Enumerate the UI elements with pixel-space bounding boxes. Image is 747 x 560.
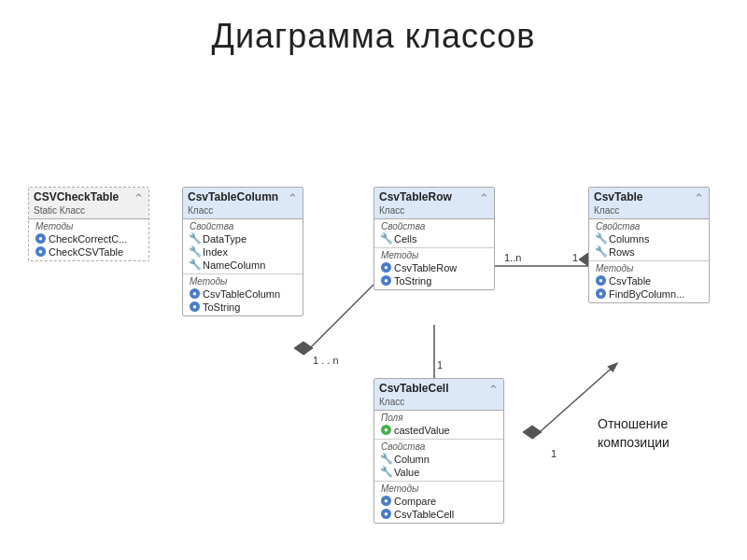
csvcheck-table-header: CSVCheckTable Static Класс ⌃ <box>29 188 148 219</box>
csvtable-row-header: CsvTableRow Класс ⌃ <box>374 188 494 219</box>
csvtable-column-name: CsvTableColumn <box>188 190 278 205</box>
prop-name: Index <box>203 246 228 258</box>
prop-icon: 🔧 <box>596 246 606 257</box>
method-name: CsvTableRow <box>394 262 457 273</box>
list-item: 🔧 DataType <box>188 232 298 245</box>
prop-name: DataType <box>203 233 247 245</box>
csvtable-column-props-section: Свойства 🔧 DataType 🔧 Index 🔧 NameColumn <box>183 219 303 274</box>
csvtable-subtitle: Класс <box>594 205 642 216</box>
prop-icon: 🔧 <box>190 233 200 244</box>
list-item: ● CsvTableRow <box>379 261 489 274</box>
csvtable-cell-header: CsvTableCell Класс ⌃ <box>374 379 503 411</box>
prop-icon: 🔧 <box>381 454 391 464</box>
csvcheck-table-box: CSVCheckTable Static Класс ⌃ Методы ● Ch… <box>28 187 149 261</box>
method-icon: ● <box>190 301 200 312</box>
method-name: ToString <box>394 275 431 287</box>
list-item: 🔧 Columns <box>594 232 704 245</box>
csvtable-row-subtitle: Класс <box>379 205 452 216</box>
csvtable-cell-methods-section: Методы ● Compare ● CsvTableCell <box>374 482 503 523</box>
list-item: ● CheckCorrectC... <box>34 232 144 245</box>
csvtable-row-props-section: Свойства 🔧 Cells <box>374 219 494 248</box>
method-name: CsvTableCell <box>394 509 454 520</box>
method-name: CheckCSVTable <box>49 246 123 258</box>
method-name: ToString <box>203 301 240 313</box>
field-name: castedValue <box>394 425 450 436</box>
methods-label: Методы <box>594 263 704 273</box>
list-item: 🔧 Column <box>379 453 499 466</box>
csvtable-row-methods-section: Методы ● CsvTableRow ● ToString <box>374 248 494 289</box>
prop-name: Value <box>394 467 419 478</box>
svg-marker-10 <box>523 426 542 439</box>
method-name: CheckCorrectC... <box>49 233 127 245</box>
method-icon: ● <box>381 496 391 506</box>
list-item: 🔧 NameColumn <box>188 259 298 272</box>
svg-text:1..n: 1..n <box>504 252 521 263</box>
methods-label: Методы <box>379 483 499 494</box>
csvtable-column-box: CsvTableColumn Класс ⌃ Свойства 🔧 DataTy… <box>182 187 303 316</box>
csvcheck-table-methods-label: Методы <box>34 221 144 231</box>
method-icon: ● <box>381 509 391 519</box>
props-label: Свойства <box>188 221 298 231</box>
csvtable-name: CsvTable <box>594 190 642 205</box>
prop-name: NameColumn <box>203 259 265 271</box>
csvcheck-table-collapse-icon[interactable]: ⌃ <box>134 191 144 205</box>
list-item: ● Compare <box>379 495 499 508</box>
prop-name: Columns <box>609 233 649 245</box>
csvtable-column-header: CsvTableColumn Класс ⌃ <box>183 188 303 219</box>
methods-label: Методы <box>379 250 489 260</box>
csvtable-cell-name: CsvTableCell <box>379 382 448 397</box>
method-icon: ● <box>596 275 606 286</box>
props-label: Свойства <box>379 441 499 452</box>
prop-icon: 🔧 <box>381 233 391 244</box>
list-item: ● castedValue <box>379 424 499 437</box>
method-name: CsvTable <box>609 275 651 287</box>
csvtable-row-collapse-icon[interactable]: ⌃ <box>479 191 489 205</box>
csvtable-collapse-icon[interactable]: ⌃ <box>694 191 704 205</box>
svg-line-0 <box>303 285 374 355</box>
csvtable-box: CsvTable Класс ⌃ Свойства 🔧 Columns 🔧 Ro… <box>588 187 710 303</box>
prop-name: Cells <box>394 233 416 245</box>
list-item: ● FindByColumn... <box>594 287 704 301</box>
csvtable-cell-props-section: Свойства 🔧 Column 🔧 Value <box>374 440 503 482</box>
list-item: ● CsvTable <box>594 274 704 287</box>
list-item: ● CsvTableCell <box>379 508 499 521</box>
csvtable-column-collapse-icon[interactable]: ⌃ <box>288 191 298 205</box>
csvtable-column-subtitle: Класс <box>188 205 278 216</box>
csvtable-cell-collapse-icon[interactable]: ⌃ <box>488 383 499 397</box>
prop-name: Column <box>394 454 430 465</box>
method-icon: ● <box>596 288 606 299</box>
method-icon: ● <box>381 262 391 273</box>
prop-icon: 🔧 <box>190 246 200 257</box>
prop-icon: 🔧 <box>381 467 391 477</box>
props-label: Свойства <box>379 221 489 231</box>
csvtable-props-section: Свойства 🔧 Columns 🔧 Rows <box>589 219 709 261</box>
method-icon: ● <box>35 233 46 244</box>
method-icon: ● <box>381 275 391 286</box>
fields-label: Поля <box>379 413 499 423</box>
list-item: ● CsvTableColumn <box>188 287 298 301</box>
method-name: CsvTableColumn <box>203 288 280 300</box>
svg-marker-1 <box>294 342 313 355</box>
list-item: 🔧 Rows <box>594 245 704 259</box>
list-item: ● ToString <box>188 301 298 314</box>
csvcheck-table-name: CSVCheckTable <box>34 190 119 205</box>
csvtable-cell-fields-section: Поля ● castedValue <box>374 411 503 440</box>
csvtable-methods-section: Методы ● CsvTable ● FindByColumn... <box>589 261 709 302</box>
list-item: 🔧 Value <box>379 466 499 479</box>
relation-label: Отношениекомпозиции <box>598 415 669 452</box>
csvtable-cell-box: CsvTableCell Класс ⌃ Поля ● castedValue … <box>374 378 504 524</box>
prop-icon: 🔧 <box>596 233 606 244</box>
csvtable-header: CsvTable Класс ⌃ <box>589 188 709 219</box>
list-item: 🔧 Cells <box>379 232 489 245</box>
csvtable-row-name: CsvTableRow <box>379 190 452 205</box>
csvtable-column-methods-section: Методы ● CsvTableColumn ● ToString <box>183 274 303 315</box>
field-icon: ● <box>381 425 391 435</box>
csvcheck-table-subtitle: Static Класс <box>34 205 119 216</box>
csvcheck-table-methods-section: Методы ● CheckCorrectC... ● CheckCSVTabl… <box>29 219 148 260</box>
page-title: Диаграмма классов <box>0 0 747 65</box>
props-label: Свойства <box>594 221 704 231</box>
list-item: ● ToString <box>379 274 489 287</box>
csvtable-row-box: CsvTableRow Класс ⌃ Свойства 🔧 Cells Мет… <box>374 187 495 290</box>
prop-name: Rows <box>609 246 635 258</box>
csvtable-cell-subtitle: Класс <box>379 397 448 407</box>
